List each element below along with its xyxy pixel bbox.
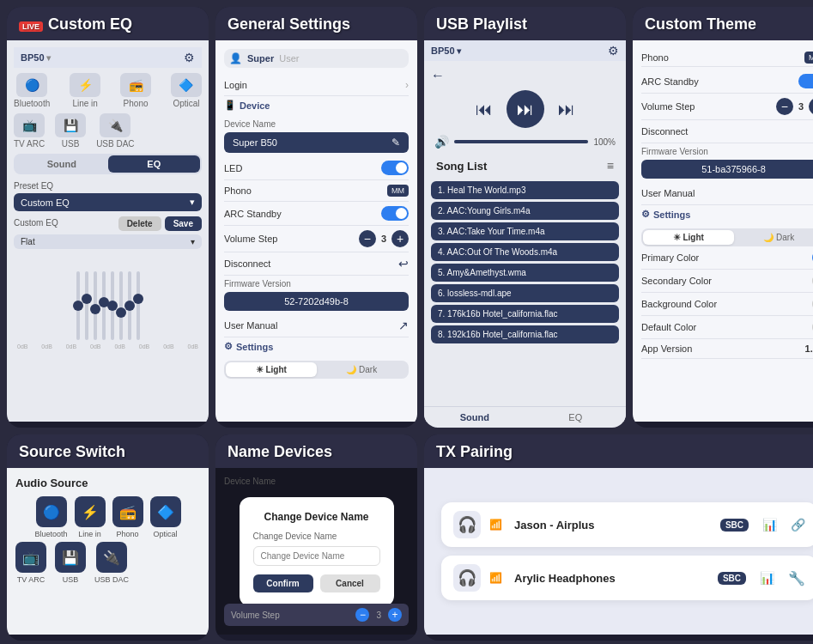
theme-light-btn[interactable]: ☀ Light <box>226 362 317 377</box>
delete-button[interactable]: Delete <box>118 216 161 231</box>
tx-device-row-2[interactable]: 🎧 📶 Arylic Headphones SBC 📊 🔧 <box>441 556 813 600</box>
source-phono[interactable]: 📻 Phono <box>112 496 143 538</box>
song-item-7[interactable]: 7. 176k16b Hotel_california.flac <box>431 305 619 323</box>
source-usb2[interactable]: 💾 USB <box>55 542 86 584</box>
usb-back-row: ← <box>431 68 619 83</box>
ct-app-version-row: App Version 1.2.8 <box>641 339 813 359</box>
song-item-8[interactable]: 8. 192k16b Hotel_california.flac <box>431 325 619 343</box>
vol-step-minus[interactable]: − <box>359 230 376 247</box>
user-manual-link-icon[interactable]: ↗ <box>398 319 409 332</box>
ct-arc-toggle[interactable] <box>798 74 813 88</box>
tx-headphone-icon-2: 🎧 <box>453 564 481 592</box>
eq-slider-3[interactable] <box>94 271 97 340</box>
volume-row: 🔊 100% <box>431 135 619 149</box>
eq-slider-8[interactable] <box>137 271 140 340</box>
confirm-button[interactable]: Confirm <box>253 574 313 592</box>
eq-slider-1[interactable] <box>76 271 80 340</box>
device-optical[interactable]: 🔷 Optical <box>171 73 202 108</box>
eq-slider-6[interactable] <box>119 271 123 340</box>
dialog-input[interactable] <box>253 546 380 566</box>
eq-slider-5[interactable] <box>111 271 114 340</box>
eq-slider-4[interactable] <box>102 271 106 340</box>
phono-mm-badge[interactable]: MM <box>387 185 409 197</box>
ct-theme-light[interactable]: ☀ Light <box>643 230 734 245</box>
login-chevron: › <box>405 79 409 91</box>
usb-gear-icon[interactable]: ⚙ <box>608 44 619 58</box>
nd-vol-minus[interactable]: − <box>355 608 369 622</box>
firmware-label: Firmware Version <box>224 279 409 289</box>
tx-device-row-1[interactable]: 🎧 📶 Jason - Airplus SBC 📊 🔗 <box>441 502 813 547</box>
device-linein[interactable]: ⚡ Line in <box>70 73 100 108</box>
source-tvarc[interactable]: 📺 TV ARC <box>15 542 46 584</box>
theme-toggle: ☀ Light 🌙 Dark <box>224 361 409 379</box>
disconnect-icon[interactable]: ↩ <box>398 257 409 270</box>
song-item-3[interactable]: 3. AAC:Take Your Time.m4a <box>431 222 619 240</box>
song-item-1[interactable]: 1. Heal The World.mp3 <box>431 181 619 199</box>
source-icons-row2: 📺 TV ARC 💾 USB 🔌 USB DAC <box>15 542 200 584</box>
led-label: LED <box>224 163 242 173</box>
login-label: Login <box>224 80 247 90</box>
theme-dark-btn[interactable]: 🌙 Dark <box>317 362 408 377</box>
volume-icon: 🔊 <box>434 135 449 149</box>
tx-sbc-badge-1: SBC <box>720 519 749 532</box>
device-bluetooth[interactable]: 🔵 Bluetooth <box>14 73 50 108</box>
volume-bar[interactable] <box>454 140 588 143</box>
super-label: Super <box>247 53 274 64</box>
flat-select[interactable]: Flat▾ <box>14 234 202 249</box>
eq-device-row2: 📺 TV ARC 💾 USB 🔌 USB DAC <box>14 113 202 149</box>
preset-eq-select[interactable]: Custom EQ▾ <box>14 193 202 211</box>
source-switch-card: Source Switch Audio Source 🔵 Bluetooth ⚡… <box>7 434 209 641</box>
arc-standby-toggle[interactable] <box>381 206 409 221</box>
vol-step-plus[interactable]: + <box>391 230 409 247</box>
tx-wrench-icon[interactable]: 🔧 <box>788 570 805 586</box>
list-menu-icon[interactable]: ≡ <box>607 159 614 173</box>
prev-button[interactable]: ⏮ <box>476 100 493 119</box>
eq-slider-7[interactable] <box>128 271 131 340</box>
led-toggle[interactable] <box>381 161 409 175</box>
eq-slider-2[interactable] <box>85 271 88 340</box>
nd-vol-plus[interactable]: + <box>388 608 402 622</box>
song-item-4[interactable]: 4. AAC:Out Of The Woods.m4a <box>431 243 619 261</box>
device-usb[interactable]: 💾 USB <box>55 113 86 149</box>
song-item-2[interactable]: 2. AAC:Young Girls.m4a <box>431 202 619 220</box>
bp50-label: BP50 ▾ <box>21 52 51 63</box>
device-phono[interactable]: 📻 Phono <box>120 73 151 108</box>
custom-eq-card: Custom EQ BP50 ▾ ⚙ 🔵 Bluetooth ⚡ Line in <box>7 7 209 428</box>
theme-card-body: Phono MM ARC Standby Volume Step − 3 + <box>633 40 813 422</box>
device-name-input[interactable]: Super B50 ✎ <box>224 132 409 153</box>
ct-vol-plus[interactable]: + <box>809 98 813 115</box>
signal-wave-icon-2: 📶 <box>489 572 502 584</box>
tab-eq[interactable]: EQ <box>108 155 201 173</box>
name-devices-card: Name Devices Device Name Change Device N… <box>215 434 417 641</box>
play-button[interactable]: ⏭ <box>507 90 544 128</box>
disconnect-label: Disconnect <box>224 258 270 269</box>
user-manual-row: User Manual ↗ <box>224 314 409 337</box>
eq-sub-header: BP50 ▾ ⚙ <box>14 47 202 68</box>
ct-theme-dark[interactable]: 🌙 Dark <box>734 230 814 245</box>
ct-mm-badge[interactable]: MM <box>804 52 813 64</box>
device-tvarc[interactable]: 📺 TV ARC <box>14 113 45 149</box>
tab-sound-bottom[interactable]: Sound <box>424 407 525 428</box>
audio-source-label: Audio Source <box>15 477 200 489</box>
next-button[interactable]: ⏭ <box>558 100 575 119</box>
save-button[interactable]: Save <box>165 216 202 231</box>
vol-step-bottom: Volume Step − 3 + <box>224 604 409 626</box>
login-row[interactable]: Login › <box>224 75 409 96</box>
device-usbdac[interactable]: 🔌 USB DAC <box>96 113 134 149</box>
ct-vol-minus[interactable]: − <box>776 98 793 115</box>
theme-card-header: Custom Theme <box>633 7 813 40</box>
source-bluetooth[interactable]: 🔵 Bluetooth <box>34 496 67 538</box>
cancel-button[interactable]: Cancel <box>320 574 380 592</box>
source-usbdac2[interactable]: 🔌 USB DAC <box>94 542 129 584</box>
dialog-input-label: Change Device Name <box>253 532 380 541</box>
dialog-title: Change Device Name <box>253 511 380 523</box>
tab-sound[interactable]: Sound <box>15 155 108 173</box>
tx-link-icon-1[interactable]: 🔗 <box>791 518 805 532</box>
tab-eq-bottom[interactable]: EQ <box>525 407 627 428</box>
source-linein[interactable]: ⚡ Line in <box>75 496 106 538</box>
song-item-6[interactable]: 6. lossless-mdl.ape <box>431 284 619 302</box>
eq-gear-icon[interactable]: ⚙ <box>184 51 195 64</box>
back-icon[interactable]: ← <box>431 68 445 83</box>
source-optical[interactable]: 🔷 Optical <box>150 496 181 538</box>
song-item-5[interactable]: 5. Amy&Amethyst.wma <box>431 264 619 282</box>
